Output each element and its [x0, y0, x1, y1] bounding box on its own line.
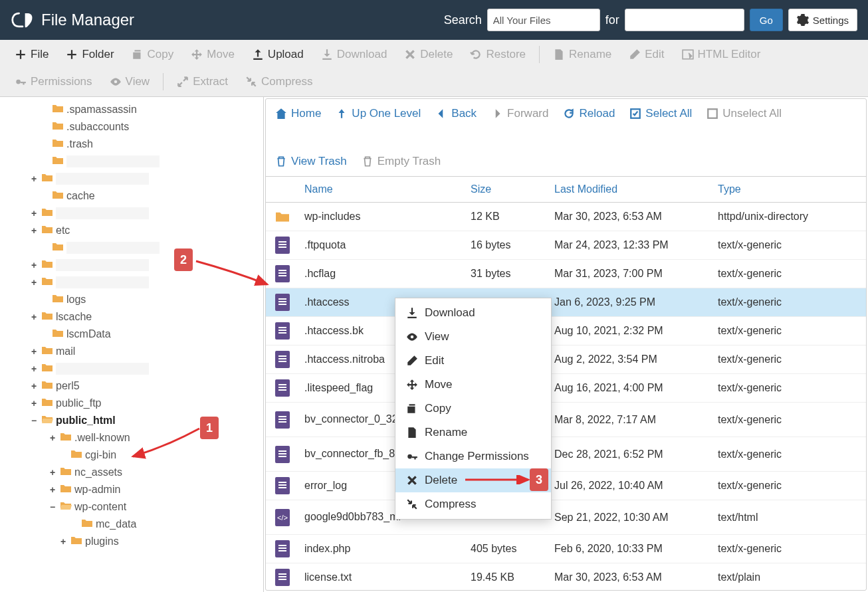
tree-toggle[interactable]: +: [48, 484, 57, 495]
download-button[interactable]: Download: [313, 43, 395, 66]
table-row[interactable]: bv_connector_0_327e48048483cMar 8, 2022,…: [266, 403, 866, 437]
menu-download[interactable]: Download: [395, 301, 551, 325]
table-row[interactable]: .litespeed_flagAug 16, 2021, 4:00 PMtext…: [266, 374, 866, 403]
table-row[interactable]: bv_connector_fb_83ac0023f3d95fDec 28, 20…: [266, 437, 866, 472]
tree-panel[interactable]: .spamassassin.subaccounts.trash+cache++e…: [0, 97, 264, 592]
view-button[interactable]: View: [102, 70, 158, 94]
menu-copy[interactable]: Copy: [395, 397, 551, 421]
search-scope-select[interactable]: All Your Files: [487, 9, 600, 31]
restore-button[interactable]: Restore: [462, 43, 534, 66]
table-row[interactable]: .htaccess.bkAug 10, 2021, 2:32 PMtext/x-…: [266, 317, 866, 345]
menu-edit[interactable]: Edit: [395, 349, 551, 373]
menu-view[interactable]: View: [395, 325, 551, 349]
tree-toggle[interactable]: +: [48, 433, 57, 443]
tree-item[interactable]: +.well-known: [0, 429, 263, 446]
tree-item[interactable]: +nc_assets: [0, 464, 263, 481]
table-row[interactable]: license.txt19.45 KBMar 30, 2023, 6:53 AM…: [266, 563, 866, 590]
rename-button[interactable]: Rename: [545, 43, 619, 66]
search-go-button[interactable]: Go: [750, 9, 783, 31]
tree-item[interactable]: +: [0, 256, 263, 274]
unselect-all-button[interactable]: Unselect All: [706, 104, 782, 123]
tree-item[interactable]: [0, 153, 263, 170]
tree-item[interactable]: +perl5: [0, 377, 263, 395]
tree-item[interactable]: +lscache: [0, 308, 263, 326]
tree-item[interactable]: +plugins: [0, 533, 263, 550]
menu-rename[interactable]: Rename: [395, 421, 551, 444]
tree-item[interactable]: +: [0, 205, 263, 222]
tree-item[interactable]: −public_html: [0, 412, 263, 429]
table-row[interactable]: error_logJul 26, 2022, 10:40 AMtext/x-ge…: [266, 472, 866, 500]
tree-toggle[interactable]: +: [29, 260, 39, 270]
empty-trash-button[interactable]: Empty Trash: [362, 152, 441, 171]
table-row[interactable]: .ftpquota16 bytesMar 24, 2023, 12:33 PMt…: [266, 231, 866, 260]
home-button[interactable]: Home: [275, 104, 321, 123]
tree-toggle[interactable]: +: [58, 536, 68, 547]
move-button[interactable]: Move: [183, 43, 243, 66]
menu-permissions[interactable]: Change Permissions: [395, 444, 551, 468]
settings-button[interactable]: Settings: [788, 9, 857, 31]
permissions-button[interactable]: Permissions: [7, 70, 100, 94]
extract-button[interactable]: Extract: [169, 70, 236, 94]
search-input[interactable]: [625, 9, 744, 31]
upload-button[interactable]: Upload: [244, 43, 312, 66]
tree-toggle[interactable]: +: [29, 277, 39, 288]
back-button[interactable]: Back: [435, 104, 477, 123]
tree-item[interactable]: [0, 239, 263, 256]
table-row[interactable]: .htaccess2.34 KBJan 6, 2023, 9:25 PMtext…: [266, 288, 866, 317]
tree-toggle[interactable]: +: [29, 312, 39, 322]
tree-item[interactable]: .trash: [0, 136, 263, 153]
tree-item[interactable]: mc_data: [0, 516, 263, 533]
view-trash-button[interactable]: View Trash: [275, 152, 347, 171]
tree-item[interactable]: +: [0, 170, 263, 187]
tree-toggle[interactable]: +: [29, 173, 39, 184]
tree-toggle[interactable]: +: [29, 346, 39, 357]
tree-item[interactable]: .spamassassin: [0, 101, 263, 118]
tree-item[interactable]: logs: [0, 291, 263, 308]
menu-delete[interactable]: Delete: [395, 468, 551, 492]
tree-item[interactable]: +etc: [0, 222, 263, 239]
tree-toggle[interactable]: +: [29, 381, 39, 391]
header-name[interactable]: Name: [299, 177, 465, 202]
header-type[interactable]: Type: [712, 177, 866, 202]
table-row[interactable]: .hcflag31 bytesMar 31, 2023, 7:00 PMtext…: [266, 260, 866, 288]
copy-button[interactable]: Copy: [124, 43, 182, 66]
table-row[interactable]: .htaccess.nitrobaAug 2, 2022, 3:54 PMtex…: [266, 345, 866, 374]
up-level-button[interactable]: Up One Level: [336, 104, 421, 123]
check-square-icon: [629, 108, 641, 120]
tree-item[interactable]: +: [0, 274, 263, 291]
menu-move[interactable]: Move: [395, 373, 551, 397]
reload-button[interactable]: Reload: [563, 104, 615, 123]
tree-item[interactable]: +: [0, 360, 263, 377]
compress-button[interactable]: Compress: [237, 70, 320, 94]
select-all-button[interactable]: Select All: [629, 104, 692, 123]
tree-item[interactable]: −wp-content: [0, 498, 263, 516]
tree-label: wp-content: [74, 501, 126, 513]
forward-button[interactable]: Forward: [491, 104, 548, 123]
tree-toggle[interactable]: +: [29, 225, 39, 236]
table-row[interactable]: </>google9d0bb783_mlSep 21, 2022, 10:30 …: [266, 500, 866, 535]
tree-toggle[interactable]: +: [29, 398, 39, 409]
tree-toggle[interactable]: +: [29, 208, 39, 219]
new-folder-button[interactable]: Folder: [58, 43, 122, 66]
header-size[interactable]: Size: [465, 177, 549, 202]
edit-button[interactable]: Edit: [621, 43, 672, 66]
folder-icon: [41, 172, 53, 185]
menu-compress[interactable]: Compress: [395, 492, 551, 516]
tree-item[interactable]: +wp-admin: [0, 481, 263, 498]
delete-button[interactable]: Delete: [396, 43, 461, 66]
table-row[interactable]: index.php405 bytesFeb 6, 2020, 10:33 PMt…: [266, 535, 866, 563]
tree-item[interactable]: cgi-bin: [0, 446, 263, 464]
tree-item[interactable]: .subaccounts: [0, 118, 263, 136]
header-modified[interactable]: Last Modified: [549, 177, 712, 202]
tree-toggle[interactable]: +: [48, 467, 57, 478]
tree-item[interactable]: lscmData: [0, 326, 263, 343]
html-editor-button[interactable]: HTML Editor: [674, 43, 769, 66]
tree-item[interactable]: cache: [0, 187, 263, 205]
new-file-button[interactable]: File: [7, 43, 56, 66]
table-row[interactable]: wp-includes12 KBMar 30, 2023, 6:53 AMhtt…: [266, 203, 866, 231]
tree-item[interactable]: +public_ftp: [0, 395, 263, 412]
tree-toggle[interactable]: +: [29, 363, 39, 374]
tree-toggle[interactable]: −: [29, 415, 39, 426]
tree-item[interactable]: +mail: [0, 343, 263, 360]
tree-toggle[interactable]: −: [48, 502, 57, 512]
